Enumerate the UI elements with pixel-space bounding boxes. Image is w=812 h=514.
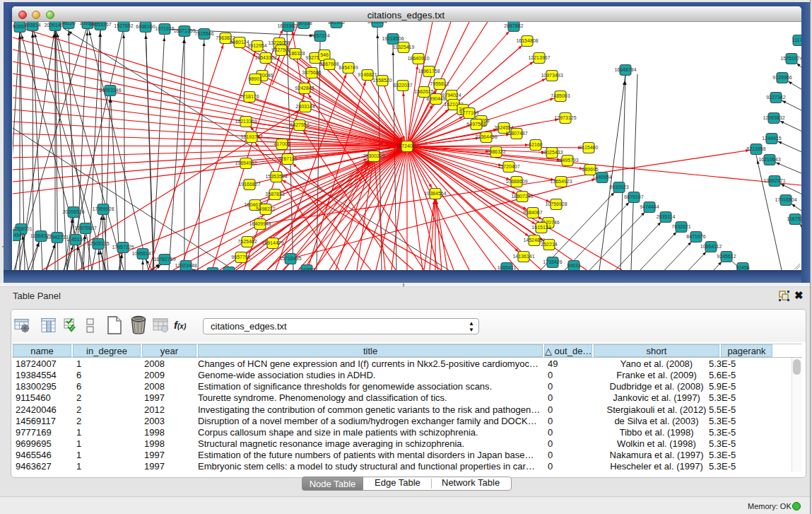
svg-text:92456: 92456 — [736, 265, 750, 270]
svg-text:9794024: 9794024 — [442, 93, 461, 98]
svg-text:10688609: 10688609 — [505, 179, 527, 184]
svg-text:8322037: 8322037 — [393, 83, 412, 88]
svg-text:6497568: 6497568 — [466, 122, 486, 127]
svg-text:21364436: 21364436 — [475, 134, 497, 139]
svg-text:6466160: 6466160 — [136, 24, 155, 29]
svg-text:1145134: 1145134 — [66, 237, 86, 242]
svg-text:15353594: 15353594 — [265, 174, 287, 179]
svg-text:11172: 11172 — [792, 37, 801, 42]
svg-text:3875685: 3875685 — [302, 70, 321, 75]
svg-text:11325419: 11325419 — [393, 45, 415, 49]
svg-text:16782759: 16782759 — [153, 257, 175, 262]
svg-text:252214: 252214 — [541, 242, 557, 247]
svg-text:10807487: 10807487 — [505, 131, 527, 136]
svg-text:9914547: 9914547 — [13, 233, 25, 238]
svg-text:293814: 293814 — [24, 23, 40, 28]
svg-text:8813054: 8813054 — [367, 22, 387, 24]
svg-text:15720407: 15720407 — [498, 164, 519, 169]
svg-text:3624554: 3624554 — [494, 125, 513, 130]
svg-text:546: 546 — [320, 52, 329, 57]
svg-text:14136141: 14136141 — [512, 254, 534, 259]
svg-text:2867608: 2867608 — [319, 62, 339, 66]
svg-text:10958147: 10958147 — [131, 251, 153, 256]
svg-text:1615132: 1615132 — [531, 225, 551, 230]
svg-text:10653267: 10653267 — [89, 22, 111, 27]
svg-text:16154808: 16154808 — [516, 38, 538, 43]
svg-text:10025433: 10025433 — [541, 150, 563, 155]
svg-text:1733426: 1733426 — [543, 259, 562, 264]
svg-text:9129966: 9129966 — [772, 75, 792, 80]
svg-text:8454749: 8454749 — [339, 65, 358, 70]
svg-text:7857224: 7857224 — [310, 33, 329, 38]
svg-text:116753: 116753 — [787, 216, 801, 221]
svg-text:13654923: 13654923 — [550, 179, 572, 184]
svg-text:18409948: 18409948 — [249, 221, 271, 226]
svg-text:2687882: 2687882 — [504, 23, 523, 28]
svg-text:2718176: 2718176 — [240, 94, 259, 99]
svg-text:16648784: 16648784 — [614, 67, 636, 72]
svg-text:8912954: 8912954 — [247, 43, 266, 48]
svg-text:17957225: 17957225 — [112, 245, 134, 250]
svg-text:9245612: 9245612 — [717, 254, 736, 259]
svg-text:9657791: 9657791 — [231, 255, 250, 259]
svg-text:8660124: 8660124 — [230, 40, 249, 45]
svg-text:16671355: 16671355 — [173, 28, 195, 33]
svg-text:6879197: 6879197 — [624, 194, 643, 199]
svg-text:7986322: 7986322 — [486, 149, 505, 154]
svg-text:3267110: 3267110 — [278, 156, 298, 161]
svg-text:16210643: 16210643 — [758, 157, 780, 162]
svg-text:14495793: 14495793 — [556, 158, 578, 163]
svg-text:2935114: 2935114 — [657, 214, 676, 219]
svg-text:62160: 62160 — [529, 142, 543, 147]
svg-text:13692971: 13692971 — [763, 178, 785, 183]
svg-text:12505135: 12505135 — [87, 241, 109, 246]
svg-text:8471676: 8471676 — [686, 234, 705, 239]
svg-text:9115460: 9115460 — [579, 145, 599, 150]
svg-text:98901: 98901 — [248, 76, 262, 81]
svg-text:7632621: 7632621 — [671, 224, 690, 229]
svg-text:881305: 881305 — [328, 22, 344, 25]
svg-text:18724007: 18724007 — [396, 144, 418, 148]
svg-text:1562615: 1562615 — [414, 89, 433, 94]
svg-text:417006: 417006 — [273, 141, 290, 146]
svg-text:1244415: 1244415 — [762, 136, 781, 141]
svg-text:1440954: 1440954 — [592, 175, 611, 180]
svg-text:94631: 94631 — [567, 263, 581, 268]
svg-text:8186328: 8186328 — [286, 51, 305, 56]
svg-text:5498222: 5498222 — [256, 206, 275, 211]
svg-text:12973125: 12973125 — [554, 115, 576, 120]
svg-text:689695: 689695 — [582, 167, 598, 172]
svg-text:7515546: 7515546 — [194, 31, 213, 36]
svg-text:9777169: 9777169 — [459, 110, 478, 115]
svg-text:15751074: 15751074 — [780, 56, 801, 61]
svg-text:9227342: 9227342 — [766, 95, 785, 100]
svg-text:1527602: 1527602 — [114, 23, 133, 28]
svg-text:9474444: 9474444 — [640, 204, 659, 209]
svg-text:2803144: 2803144 — [295, 104, 314, 109]
svg-text:8933923: 8933923 — [609, 185, 628, 189]
svg-text:9146821: 9146821 — [358, 72, 377, 77]
svg-text:19218506: 19218506 — [382, 36, 404, 41]
svg-text:15716485: 15716485 — [279, 256, 301, 261]
svg-text:18640910: 18640910 — [407, 56, 429, 61]
svg-text:18807249: 18807249 — [511, 194, 533, 199]
svg-text:12193787: 12193787 — [240, 134, 262, 139]
svg-text:1065411: 1065411 — [498, 265, 517, 270]
svg-text:19384554: 19384554 — [424, 191, 446, 196]
svg-text:8427552: 8427552 — [290, 122, 309, 127]
svg-text:1071915: 1071915 — [155, 26, 174, 31]
svg-text:7955812: 7955812 — [430, 81, 449, 86]
svg-text:25300203: 25300203 — [363, 153, 384, 158]
svg-text:16914479: 16914479 — [261, 240, 283, 245]
svg-text:12942737: 12942737 — [46, 235, 68, 240]
svg-text:96120: 96120 — [61, 22, 76, 25]
svg-text:7485003: 7485003 — [551, 93, 570, 98]
svg-text:10975887: 10975887 — [74, 226, 96, 230]
svg-text:10654112: 10654112 — [700, 244, 722, 249]
svg-text:9242848: 9242848 — [295, 86, 314, 90]
svg-text:10756928: 10756928 — [545, 201, 567, 206]
svg-text:12093832: 12093832 — [763, 115, 784, 120]
svg-text:19166827: 19166827 — [238, 182, 260, 187]
svg-text:20206526: 20206526 — [62, 209, 84, 214]
svg-text:12213967: 12213967 — [528, 55, 550, 60]
